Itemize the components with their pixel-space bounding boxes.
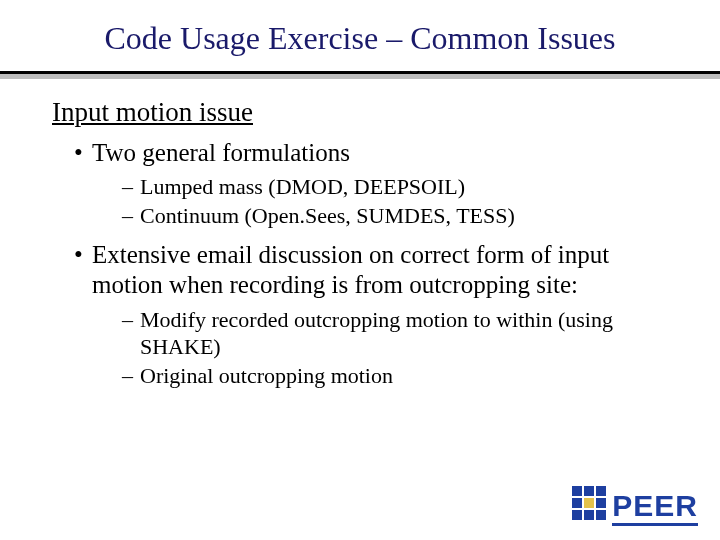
svg-rect-0 xyxy=(572,486,582,496)
section-heading: Input motion issue xyxy=(52,97,668,128)
peer-logo-text: PEER xyxy=(612,488,698,524)
bullet-item: Extensive email discussion on correct fo… xyxy=(74,240,668,389)
peer-logo-icon xyxy=(570,486,606,526)
svg-rect-1 xyxy=(584,486,594,496)
svg-rect-3 xyxy=(572,498,582,508)
title-divider xyxy=(0,71,720,79)
svg-rect-6 xyxy=(584,510,594,520)
sub-bullet-item: Lumped mass (DMOD, DEEPSOIL) xyxy=(122,174,668,201)
slide-body: Input motion issue Two general formulati… xyxy=(0,97,720,390)
sub-bullet-list: Modify recorded outcropping motion to wi… xyxy=(92,307,668,389)
sub-bullet-item: Continuum (Open.Sees, SUMDES, TESS) xyxy=(122,203,668,230)
svg-rect-4 xyxy=(596,498,606,508)
divider-line xyxy=(0,71,720,74)
svg-rect-8 xyxy=(584,498,594,508)
peer-logo: PEER xyxy=(570,486,698,526)
bullet-item: Two general formulations Lumped mass (DM… xyxy=(74,138,668,230)
sub-bullet-item: Original outcropping motion xyxy=(122,363,668,390)
bullet-text: Extensive email discussion on correct fo… xyxy=(92,241,609,299)
sub-bullet-item: Modify recorded outcropping motion to wi… xyxy=(122,307,668,361)
bullet-text: Two general formulations xyxy=(92,139,350,166)
peer-logo-underline xyxy=(612,523,698,526)
sub-bullet-list: Lumped mass (DMOD, DEEPSOIL) Continuum (… xyxy=(92,174,668,230)
bullet-list: Two general formulations Lumped mass (DM… xyxy=(52,138,668,390)
slide-title: Code Usage Exercise – Common Issues xyxy=(0,0,720,67)
svg-rect-2 xyxy=(596,486,606,496)
svg-rect-5 xyxy=(572,510,582,520)
svg-rect-7 xyxy=(596,510,606,520)
divider-shadow xyxy=(0,74,720,79)
slide: Code Usage Exercise – Common Issues Inpu… xyxy=(0,0,720,540)
